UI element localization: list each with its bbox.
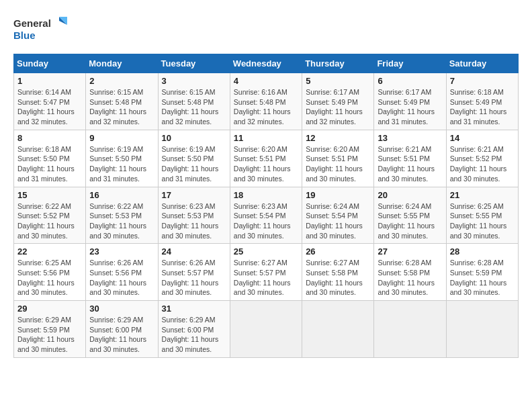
calendar-cell: 13Sunrise: 6:21 AM Sunset: 5:51 PM Dayli…: [374, 130, 446, 187]
day-info: Sunrise: 6:27 AM Sunset: 5:57 PM Dayligh…: [234, 258, 298, 298]
day-info: Sunrise: 6:20 AM Sunset: 5:51 PM Dayligh…: [234, 144, 298, 184]
day-number: 19: [306, 190, 370, 200]
calendar-cell: 9Sunrise: 6:19 AM Sunset: 5:50 PM Daylig…: [86, 130, 158, 187]
week-row-1: 1Sunrise: 6:14 AM Sunset: 5:47 PM Daylig…: [14, 73, 519, 130]
day-info: Sunrise: 6:24 AM Sunset: 5:55 PM Dayligh…: [378, 201, 442, 241]
day-info: Sunrise: 6:28 AM Sunset: 5:58 PM Dayligh…: [378, 258, 442, 298]
calendar-cell: 1Sunrise: 6:14 AM Sunset: 5:47 PM Daylig…: [14, 73, 86, 130]
day-info: Sunrise: 6:21 AM Sunset: 5:51 PM Dayligh…: [378, 144, 442, 184]
logo-svg: General Blue: [13, 13, 67, 47]
calendar-cell: 23Sunrise: 6:26 AM Sunset: 5:56 PM Dayli…: [86, 244, 158, 301]
day-number: 23: [89, 246, 154, 257]
header-friday: Friday: [374, 54, 446, 73]
calendar-cell: [302, 301, 374, 358]
day-info: Sunrise: 6:24 AM Sunset: 5:54 PM Dayligh…: [306, 201, 370, 241]
day-info: Sunrise: 6:18 AM Sunset: 5:50 PM Dayligh…: [17, 144, 82, 184]
day-info: Sunrise: 6:16 AM Sunset: 5:48 PM Dayligh…: [234, 87, 298, 127]
calendar-cell: [446, 301, 518, 358]
day-number: 12: [306, 133, 370, 143]
day-number: 29: [17, 304, 82, 314]
header-tuesday: Tuesday: [158, 54, 230, 73]
calendar-cell: 17Sunrise: 6:23 AM Sunset: 5:53 PM Dayli…: [158, 187, 230, 244]
calendar-cell: 16Sunrise: 6:22 AM Sunset: 5:53 PM Dayli…: [86, 187, 158, 244]
day-info: Sunrise: 6:18 AM Sunset: 5:49 PM Dayligh…: [450, 87, 515, 127]
day-info: Sunrise: 6:20 AM Sunset: 5:51 PM Dayligh…: [306, 144, 370, 184]
day-number: 15: [17, 190, 82, 200]
calendar-cell: 10Sunrise: 6:19 AM Sunset: 5:50 PM Dayli…: [158, 130, 230, 187]
day-number: 30: [89, 304, 154, 314]
header-wednesday: Wednesday: [230, 54, 302, 73]
page-header: General Blue: [13, 13, 519, 47]
calendar-cell: [230, 301, 302, 358]
day-number: 26: [306, 246, 370, 257]
day-info: Sunrise: 6:29 AM Sunset: 5:59 PM Dayligh…: [17, 315, 82, 355]
calendar-cell: 25Sunrise: 6:27 AM Sunset: 5:57 PM Dayli…: [230, 244, 302, 301]
day-info: Sunrise: 6:17 AM Sunset: 5:49 PM Dayligh…: [306, 87, 370, 127]
week-row-3: 15Sunrise: 6:22 AM Sunset: 5:52 PM Dayli…: [14, 187, 519, 244]
day-number: 3: [162, 76, 226, 86]
header-sunday: Sunday: [14, 54, 86, 73]
day-info: Sunrise: 6:26 AM Sunset: 5:56 PM Dayligh…: [89, 258, 154, 298]
day-info: Sunrise: 6:17 AM Sunset: 5:49 PM Dayligh…: [378, 87, 442, 127]
calendar-cell: 4Sunrise: 6:16 AM Sunset: 5:48 PM Daylig…: [230, 73, 302, 130]
day-number: 18: [234, 190, 298, 200]
calendar-cell: 5Sunrise: 6:17 AM Sunset: 5:49 PM Daylig…: [302, 73, 374, 130]
day-number: 27: [378, 246, 442, 257]
week-row-2: 8Sunrise: 6:18 AM Sunset: 5:50 PM Daylig…: [14, 130, 519, 187]
calendar-cell: 21Sunrise: 6:25 AM Sunset: 5:55 PM Dayli…: [446, 187, 518, 244]
day-info: Sunrise: 6:22 AM Sunset: 5:52 PM Dayligh…: [17, 201, 82, 241]
calendar-cell: 26Sunrise: 6:27 AM Sunset: 5:58 PM Dayli…: [302, 244, 374, 301]
calendar-cell: 31Sunrise: 6:29 AM Sunset: 6:00 PM Dayli…: [158, 301, 230, 358]
svg-text:Blue: Blue: [13, 30, 36, 41]
calendar-cell: 28Sunrise: 6:28 AM Sunset: 5:59 PM Dayli…: [446, 244, 518, 301]
day-number: 4: [234, 76, 298, 86]
calendar-cell: 18Sunrise: 6:23 AM Sunset: 5:54 PM Dayli…: [230, 187, 302, 244]
day-number: 16: [89, 190, 154, 200]
logo: General Blue: [13, 13, 67, 47]
day-number: 31: [162, 304, 226, 314]
day-number: 24: [162, 246, 226, 257]
calendar-cell: 6Sunrise: 6:17 AM Sunset: 5:49 PM Daylig…: [374, 73, 446, 130]
header-monday: Monday: [86, 54, 158, 73]
day-info: Sunrise: 6:15 AM Sunset: 5:48 PM Dayligh…: [162, 87, 226, 127]
week-row-4: 22Sunrise: 6:25 AM Sunset: 5:56 PM Dayli…: [14, 244, 519, 301]
day-info: Sunrise: 6:23 AM Sunset: 5:54 PM Dayligh…: [234, 201, 298, 241]
calendar-cell: 3Sunrise: 6:15 AM Sunset: 5:48 PM Daylig…: [158, 73, 230, 130]
day-info: Sunrise: 6:25 AM Sunset: 5:55 PM Dayligh…: [450, 201, 515, 241]
day-number: 6: [378, 76, 442, 86]
calendar-cell: 22Sunrise: 6:25 AM Sunset: 5:56 PM Dayli…: [14, 244, 86, 301]
svg-text:General: General: [13, 17, 51, 29]
day-number: 8: [17, 133, 82, 143]
calendar-cell: 8Sunrise: 6:18 AM Sunset: 5:50 PM Daylig…: [14, 130, 86, 187]
day-number: 11: [234, 133, 298, 143]
day-info: Sunrise: 6:28 AM Sunset: 5:59 PM Dayligh…: [450, 258, 515, 298]
day-info: Sunrise: 6:25 AM Sunset: 5:56 PM Dayligh…: [17, 258, 82, 298]
day-info: Sunrise: 6:15 AM Sunset: 5:48 PM Dayligh…: [89, 87, 154, 127]
day-info: Sunrise: 6:19 AM Sunset: 5:50 PM Dayligh…: [162, 144, 226, 184]
days-header-row: Sunday Monday Tuesday Wednesday Thursday…: [14, 54, 519, 73]
day-number: 17: [162, 190, 226, 200]
day-number: 14: [450, 133, 515, 143]
calendar-table: Sunday Monday Tuesday Wednesday Thursday…: [13, 54, 519, 358]
calendar-body: 1Sunrise: 6:14 AM Sunset: 5:47 PM Daylig…: [14, 73, 519, 358]
header-thursday: Thursday: [302, 54, 374, 73]
day-info: Sunrise: 6:19 AM Sunset: 5:50 PM Dayligh…: [89, 144, 154, 184]
day-info: Sunrise: 6:21 AM Sunset: 5:52 PM Dayligh…: [450, 144, 515, 184]
day-info: Sunrise: 6:22 AM Sunset: 5:53 PM Dayligh…: [89, 201, 154, 241]
calendar-cell: 11Sunrise: 6:20 AM Sunset: 5:51 PM Dayli…: [230, 130, 302, 187]
day-info: Sunrise: 6:14 AM Sunset: 5:47 PM Dayligh…: [17, 87, 82, 127]
calendar-cell: 29Sunrise: 6:29 AM Sunset: 5:59 PM Dayli…: [14, 301, 86, 358]
calendar-cell: 2Sunrise: 6:15 AM Sunset: 5:48 PM Daylig…: [86, 73, 158, 130]
calendar-cell: 24Sunrise: 6:26 AM Sunset: 5:57 PM Dayli…: [158, 244, 230, 301]
calendar-cell: 30Sunrise: 6:29 AM Sunset: 6:00 PM Dayli…: [86, 301, 158, 358]
day-number: 20: [378, 190, 442, 200]
calendar-cell: 27Sunrise: 6:28 AM Sunset: 5:58 PM Dayli…: [374, 244, 446, 301]
day-info: Sunrise: 6:26 AM Sunset: 5:57 PM Dayligh…: [162, 258, 226, 298]
calendar-cell: 15Sunrise: 6:22 AM Sunset: 5:52 PM Dayli…: [14, 187, 86, 244]
day-number: 25: [234, 246, 298, 257]
day-info: Sunrise: 6:29 AM Sunset: 6:00 PM Dayligh…: [162, 315, 226, 355]
calendar-cell: 14Sunrise: 6:21 AM Sunset: 5:52 PM Dayli…: [446, 130, 518, 187]
day-number: 13: [378, 133, 442, 143]
day-number: 21: [450, 190, 515, 200]
day-number: 5: [306, 76, 370, 86]
